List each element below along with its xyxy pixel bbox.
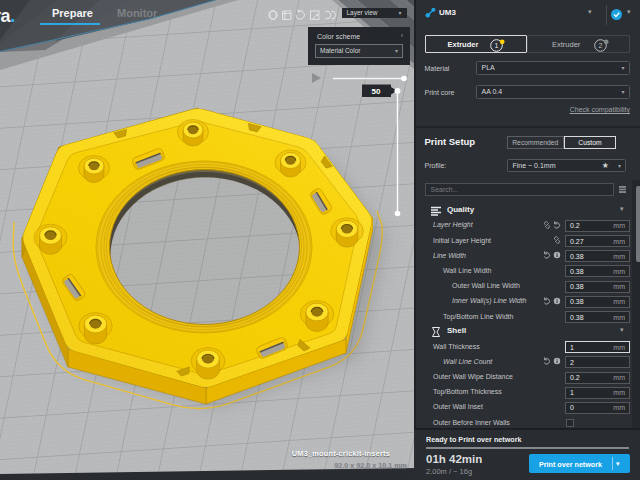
svg-text:2: 2 <box>599 42 603 49</box>
svg-text:50: 50 <box>372 87 381 96</box>
svg-text:1: 1 <box>494 42 498 49</box>
